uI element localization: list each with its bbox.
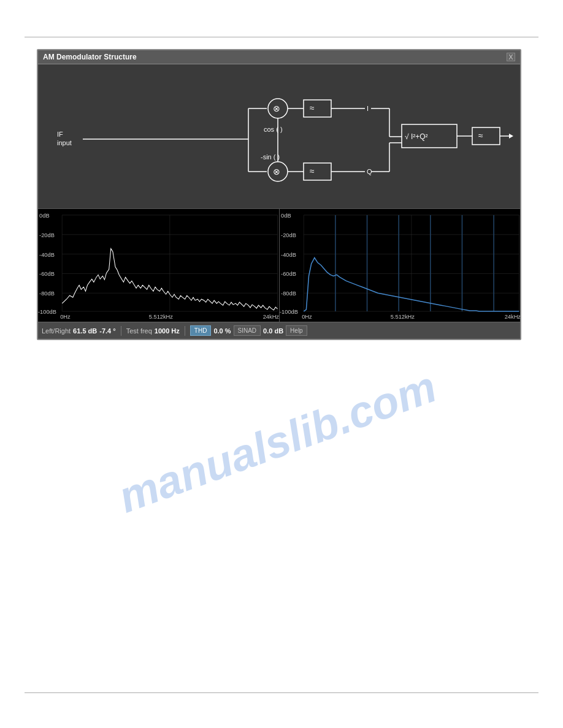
svg-text:≈: ≈ (310, 103, 315, 113)
svg-marker-37 (509, 134, 513, 138)
svg-text:input: input (57, 139, 72, 146)
angle-value: -7.4 ° (99, 327, 115, 335)
top-divider (25, 37, 538, 37)
left-right-label: Left/Right (42, 327, 71, 335)
test-freq-label: Test freq (126, 327, 152, 335)
thd-value: 0.0 % (213, 327, 231, 335)
window-title: AM Demodulator Structure (43, 53, 137, 61)
spectrum-left: 0dB -20dB -40dB -60dB -80dB -100dB 0Hz 5… (38, 209, 279, 322)
divider-1 (121, 326, 121, 336)
svg-text:≈: ≈ (310, 166, 315, 176)
svg-text:-sin ( ): -sin ( ) (261, 153, 280, 161)
svg-rect-34 (472, 127, 500, 145)
svg-text:⊗: ⊗ (273, 104, 280, 113)
svg-text:cos ( ): cos ( ) (264, 126, 283, 133)
svg-text:⊗: ⊗ (273, 167, 280, 176)
sinad-button[interactable]: SINAD (234, 325, 261, 336)
svg-text:24kHz: 24kHz (263, 314, 279, 320)
svg-text:IF: IF (57, 131, 63, 138)
sinad-value: 0.0 dB (263, 327, 283, 335)
thd-button[interactable]: THD (190, 325, 212, 336)
watermark: manualslib.com (112, 361, 442, 522)
spectrum-right: 0dB -20dB -40dB -60dB -80dB -100dB 0Hz 5… (279, 209, 521, 322)
svg-text:-20dB: -20dB (281, 232, 296, 238)
svg-text:-40dB: -40dB (39, 252, 55, 258)
svg-text:0Hz: 0Hz (302, 314, 312, 320)
test-freq-value: 1000 Hz (155, 327, 180, 335)
svg-text:-20dB: -20dB (39, 232, 55, 238)
close-button[interactable]: X (507, 53, 515, 61)
svg-text:-100dB: -100dB (38, 309, 56, 315)
svg-text:-100dB: -100dB (280, 309, 298, 315)
svg-text:-40dB: -40dB (281, 252, 296, 258)
block-diagram: IF input ⊗ ⊗ cos ( ) -sin ( ) (44, 70, 514, 205)
svg-rect-16 (304, 100, 331, 117)
diagram-area: IF input ⊗ ⊗ cos ( ) -sin ( ) (38, 64, 520, 208)
svg-text:√ I²+Q²: √ I²+Q² (405, 132, 428, 141)
svg-text:I: I (367, 105, 369, 112)
svg-text:5.512kHz: 5.512kHz (390, 314, 415, 320)
spectrum-area: 0dB -20dB -40dB -60dB -80dB -100dB 0Hz 5… (38, 208, 520, 322)
svg-text:0dB: 0dB (281, 213, 291, 219)
svg-text:-60dB: -60dB (39, 271, 55, 278)
svg-text:24kHz: 24kHz (504, 314, 520, 320)
svg-text:-80dB: -80dB (39, 290, 55, 297)
svg-text:0dB: 0dB (39, 213, 50, 219)
svg-text:≈: ≈ (478, 131, 483, 140)
svg-rect-30 (304, 163, 331, 180)
divider-2 (185, 326, 185, 336)
svg-text:-80dB: -80dB (281, 290, 296, 297)
main-window: AM Demodulator Structure X IF input ⊗ ⊗ (37, 49, 521, 340)
left-right-value: 61.5 dB (73, 327, 97, 335)
svg-text:-60dB: -60dB (281, 271, 296, 278)
svg-text:0Hz: 0Hz (60, 314, 71, 320)
help-button[interactable]: Help (286, 325, 307, 336)
title-bar: AM Demodulator Structure X (38, 50, 520, 64)
bottom-divider (25, 692, 538, 693)
status-bar: Left/Right 61.5 dB -7.4 ° Test freq 1000… (38, 322, 520, 339)
svg-text:5.512kHz: 5.512kHz (149, 314, 174, 320)
